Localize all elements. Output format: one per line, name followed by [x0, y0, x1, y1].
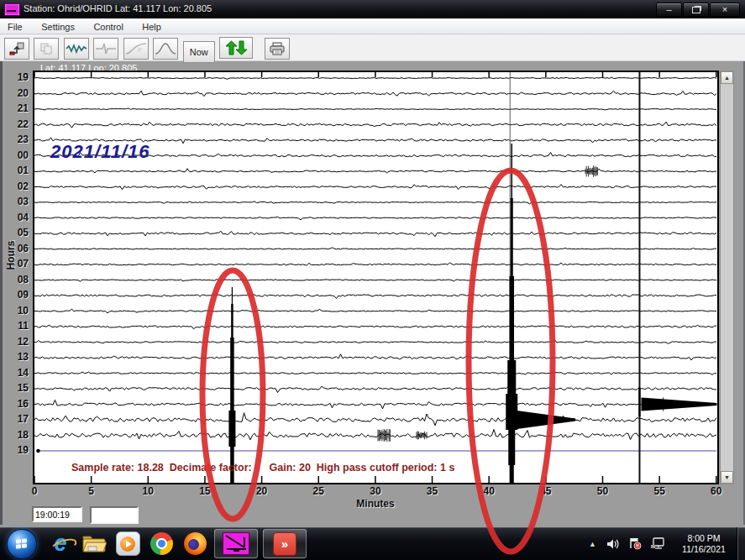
minute-tick-label: 10 — [135, 485, 160, 497]
folder-icon — [81, 534, 107, 554]
seismogram-icon — [95, 42, 117, 55]
minute-tick-label: 50 — [590, 485, 616, 497]
tray-clock[interactable]: 8:00 PM 11/16/2021 — [669, 533, 737, 555]
hour-label: 08 — [5, 274, 29, 285]
filter-response-button[interactable]: P — [123, 38, 149, 60]
close-icon: × — [722, 5, 727, 14]
taskbar-media-player[interactable] — [111, 527, 144, 560]
spectrum-bell-icon — [155, 42, 176, 55]
hour-label: 10 — [5, 305, 29, 317]
scroll-up-arrow[interactable]: ▲ — [721, 71, 733, 84]
network-icon — [650, 537, 665, 550]
flag-alert-icon — [628, 537, 642, 550]
minimize-icon: – — [666, 5, 671, 14]
network-button[interactable] — [646, 537, 669, 550]
restore-button[interactable] — [683, 3, 709, 17]
hour-label: 09 — [5, 289, 29, 301]
hour-label: 02 — [5, 181, 29, 192]
taskbar: e » — [0, 527, 745, 560]
close-button[interactable]: × — [710, 3, 740, 17]
firefox-icon — [184, 532, 207, 555]
seismogram-plot: 2021/11/16 Sample rate: 18.28 Decimate f… — [33, 71, 719, 484]
hour-label: 22 — [5, 118, 29, 130]
volume-button[interactable] — [602, 538, 624, 550]
menu-control[interactable]: Control — [86, 20, 130, 32]
seismogram-button[interactable] — [93, 38, 118, 60]
print-button[interactable] — [265, 38, 290, 60]
minute-tick-label: 45 — [533, 485, 559, 497]
trace-canvas — [34, 72, 717, 483]
aux-input[interactable] — [90, 506, 139, 524]
now-button[interactable]: Now — [183, 41, 215, 63]
taskbar-remote-desktop-app[interactable]: » — [263, 529, 307, 558]
copy-record-button[interactable] — [34, 38, 59, 60]
acquisition-info-line: Sample rate: 18.28 Decimate factor: Gain… — [71, 462, 454, 474]
system-tray: ▲ — [583, 527, 745, 560]
start-button[interactable] — [7, 529, 37, 559]
hour-label: 03 — [5, 196, 29, 207]
minute-tick-label: 40 — [476, 485, 501, 497]
taskbar-windows-explorer[interactable] — [77, 527, 111, 560]
printer-icon — [269, 42, 286, 55]
minimize-button[interactable]: – — [656, 3, 682, 17]
taskbar-firefox[interactable] — [178, 527, 212, 560]
minute-tick-label: 5 — [79, 485, 104, 497]
hour-label: 19 — [5, 444, 29, 456]
menu-file[interactable]: File — [0, 20, 30, 32]
up-down-arrows-icon — [223, 40, 249, 55]
open-record-button[interactable] — [4, 38, 29, 60]
current-time-input[interactable] — [32, 506, 82, 522]
hour-label: 01 — [5, 165, 29, 176]
filter-response-icon: P — [125, 42, 147, 55]
open-record-icon — [9, 42, 24, 55]
taskbar-internet-explorer[interactable]: e — [44, 527, 77, 560]
hour-label: 15 — [5, 382, 29, 394]
seismograph-app-icon — [223, 532, 249, 555]
show-desktop-button[interactable] — [737, 527, 745, 560]
clock-time: 8:00 PM — [676, 533, 732, 544]
scroll-updown-button[interactable] — [219, 37, 253, 59]
hour-label: 11 — [5, 320, 29, 332]
hour-label: 21 — [5, 102, 29, 114]
toolbar: P Now — [0, 34, 745, 61]
action-center-button[interactable] — [624, 537, 646, 550]
hour-label: 23 — [5, 133, 29, 145]
menu-help[interactable]: Help — [134, 20, 169, 32]
vertical-scrollbar[interactable]: ▲ ▼ — [720, 71, 734, 484]
hour-label: 07 — [5, 258, 29, 270]
clock-date: 11/16/2021 — [676, 544, 732, 555]
minute-tick-label: 55 — [647, 485, 672, 497]
taskbar-seismograph-app[interactable] — [214, 529, 258, 558]
hour-label: 17 — [5, 413, 29, 425]
screen: Station: Ohrid/OHRID Lat: 41.117 Lon: 20… — [0, 0, 745, 560]
scroll-down-arrow[interactable]: ▼ — [721, 471, 733, 484]
hour-label: 13 — [5, 351, 29, 363]
menu-bar: File Settings Control Help — [0, 18, 745, 34]
media-player-icon — [116, 531, 140, 556]
waveform-button[interactable] — [64, 38, 89, 60]
app-icon — [4, 3, 20, 16]
taskbar-chrome[interactable] — [144, 527, 178, 560]
minute-tick-label: 0 — [22, 485, 47, 497]
spectrum-button[interactable] — [153, 38, 178, 60]
minute-tick-label: 20 — [249, 485, 275, 497]
x-axis-title: Minutes — [342, 498, 409, 510]
waveform-icon — [66, 42, 87, 55]
restore-icon — [692, 7, 700, 13]
hour-label: 05 — [5, 227, 29, 238]
chrome-icon — [150, 532, 173, 555]
minute-tick-label: 30 — [363, 485, 388, 497]
hour-label: 14 — [5, 367, 29, 379]
title-bar: Station: Ohrid/OHRID Lat: 41.117 Lon: 20… — [0, 0, 745, 18]
minute-tick-label: 15 — [192, 485, 218, 497]
panel-edge — [0, 60, 3, 525]
minute-tick-label: 35 — [420, 485, 445, 497]
menu-settings[interactable]: Settings — [34, 20, 82, 32]
hour-label: 19 — [5, 71, 29, 83]
copy-record-icon — [39, 42, 53, 55]
show-hidden-icons-button[interactable]: ▲ — [583, 540, 602, 548]
hour-label: 06 — [5, 243, 29, 254]
hour-label: 04 — [5, 212, 29, 223]
internet-explorer-icon: e — [54, 532, 66, 555]
hour-label: 16 — [5, 398, 29, 410]
